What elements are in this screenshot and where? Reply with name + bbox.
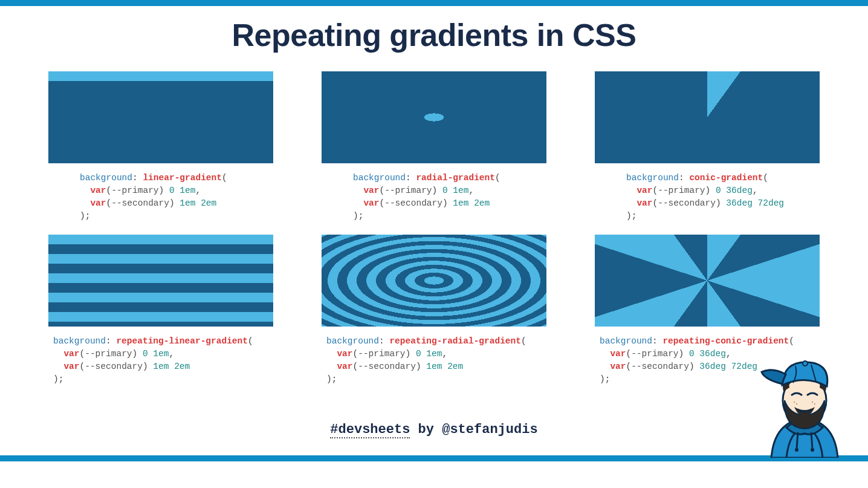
footer-credit: #devsheets by @stefanjudis [48,422,820,437]
svg-point-8 [814,403,815,405]
svg-point-5 [794,402,795,403]
example-repeating-linear: background: repeating-linear-gradient( v… [48,235,273,386]
examples-grid: background: linear-gradient( var(--prima… [48,71,820,386]
svg-point-6 [796,403,797,405]
svg-point-3 [811,448,814,452]
code-repeating-linear: background: repeating-linear-gradient( v… [48,335,273,386]
footer-handle: @stefanjudis [442,422,537,437]
example-conic: background: conic-gradient( var(--primar… [595,71,820,223]
svg-line-1 [811,432,812,449]
page-content: Repeating gradients in CSS background: l… [0,6,868,455]
author-avatar [753,337,856,458]
footer-hashtag: #devsheets [330,422,410,438]
svg-point-9 [803,361,808,366]
code-linear: background: linear-gradient( var(--prima… [48,172,273,223]
code-radial: background: radial-gradient( var(--prima… [322,172,546,223]
example-repeating-radial: background: repeating-radial-gradient( v… [322,235,546,386]
code-repeating-radial: background: repeating-radial-gradient( v… [322,335,546,386]
swatch-repeating-radial-gradient [322,235,546,327]
footer-by: by [410,422,442,437]
page-title: Repeating gradients in CSS [48,17,820,53]
swatch-repeating-conic-gradient [595,235,820,327]
bottom-border [0,455,868,461]
code-conic: background: conic-gradient( var(--primar… [595,172,820,223]
swatch-repeating-linear-gradient [48,235,273,327]
example-radial: background: radial-gradient( var(--prima… [322,71,546,223]
example-linear: background: linear-gradient( var(--prima… [48,71,273,223]
swatch-radial-gradient [322,71,546,163]
svg-point-7 [812,402,813,403]
top-border [0,0,868,6]
svg-point-2 [795,448,798,452]
swatch-conic-gradient [595,71,820,163]
swatch-linear-gradient [48,71,273,163]
svg-line-0 [797,432,798,449]
